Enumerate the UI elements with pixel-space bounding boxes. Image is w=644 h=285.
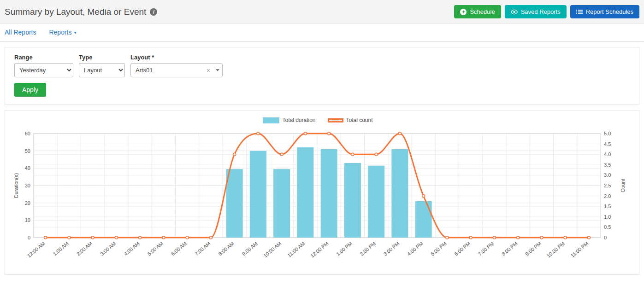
header-buttons: + Schedule Saved Reports Report Schedule… xyxy=(454,5,639,18)
svg-text:11:00 PM: 11:00 PM xyxy=(569,240,589,258)
chevron-down-icon[interactable] xyxy=(216,69,219,71)
svg-text:8:00 AM: 8:00 AM xyxy=(217,240,235,256)
svg-text:2.5: 2.5 xyxy=(604,183,611,188)
svg-text:3:00 AM: 3:00 AM xyxy=(99,240,117,256)
svg-text:3:00 PM: 3:00 PM xyxy=(383,240,401,257)
svg-text:4.5: 4.5 xyxy=(604,141,611,147)
svg-text:4:00 PM: 4:00 PM xyxy=(406,240,424,257)
svg-text:Count: Count xyxy=(620,179,626,192)
duration-swatch xyxy=(263,117,279,123)
range-label: Range xyxy=(14,54,73,61)
nav-reports-label: Reports xyxy=(49,29,71,36)
saved-reports-button-label: Saved Reports xyxy=(521,8,561,15)
svg-text:20: 20 xyxy=(25,200,30,206)
apply-button[interactable]: Apply xyxy=(14,83,46,97)
filter-panel: Range Yesterday Type Layout Layout * Art… xyxy=(5,47,639,105)
svg-text:2:00 PM: 2:00 PM xyxy=(359,240,377,257)
top-bar: Summary by Layout, Media or Event i + Sc… xyxy=(0,0,644,24)
nav-reports-dropdown[interactable]: Reports ▾ xyxy=(49,29,76,36)
layout-select[interactable]: Arts01 × xyxy=(130,63,223,77)
svg-text:9:00 AM: 9:00 AM xyxy=(241,240,259,256)
legend-item-count: Total count xyxy=(328,117,373,123)
svg-text:60: 60 xyxy=(25,131,30,136)
svg-text:Duration(s): Duration(s) xyxy=(13,173,19,198)
svg-text:10:00 AM: 10:00 AM xyxy=(262,240,282,258)
report-schedules-button-label: Report Schedules xyxy=(586,8,633,15)
report-schedules-button[interactable]: Report Schedules xyxy=(570,5,639,18)
svg-text:0: 0 xyxy=(604,235,607,240)
type-label: Type xyxy=(79,54,125,61)
svg-text:4.0: 4.0 xyxy=(604,151,611,157)
clear-icon[interactable]: × xyxy=(203,67,214,74)
chart-panel: Total duration Total count 0102030405060… xyxy=(5,110,639,275)
svg-text:3.0: 3.0 xyxy=(604,172,611,178)
svg-text:6:00 PM: 6:00 PM xyxy=(453,240,471,257)
svg-text:4:00 AM: 4:00 AM xyxy=(123,240,141,256)
plus-circle-icon: + xyxy=(460,9,467,15)
svg-text:10: 10 xyxy=(25,217,30,223)
chevron-down-icon: ▾ xyxy=(74,30,77,35)
page-title: Summary by Layout, Media or Event xyxy=(5,7,146,17)
list-icon xyxy=(576,9,583,15)
saved-reports-button[interactable]: Saved Reports xyxy=(505,5,567,18)
summary-chart: 010203040506000.51.01.52.02.53.03.54.04.… xyxy=(5,127,639,271)
info-icon[interactable]: i xyxy=(150,8,157,16)
svg-text:0: 0 xyxy=(28,235,30,240)
svg-text:1:00 AM: 1:00 AM xyxy=(52,240,70,256)
svg-text:2.0: 2.0 xyxy=(604,193,611,199)
svg-text:5:00 AM: 5:00 AM xyxy=(147,240,165,256)
svg-text:50: 50 xyxy=(25,148,30,154)
count-swatch xyxy=(328,118,343,122)
nav-all-reports[interactable]: All Reports xyxy=(5,29,36,36)
svg-text:10:00 PM: 10:00 PM xyxy=(546,240,566,258)
svg-text:3.5: 3.5 xyxy=(604,162,611,168)
svg-text:9:00 PM: 9:00 PM xyxy=(524,240,542,257)
nav-row: All Reports Reports ▾ xyxy=(0,24,644,41)
legend-duration-label: Total duration xyxy=(282,117,315,123)
svg-text:2:00 AM: 2:00 AM xyxy=(76,240,94,256)
layout-select-value: Arts01 xyxy=(136,67,203,74)
svg-text:7:00 PM: 7:00 PM xyxy=(477,240,495,257)
svg-text:30: 30 xyxy=(25,183,30,188)
legend-item-duration: Total duration xyxy=(263,117,315,123)
layout-label: Layout * xyxy=(130,54,223,61)
nav-all-reports-label: All Reports xyxy=(5,29,36,36)
schedule-button[interactable]: + Schedule xyxy=(454,5,501,18)
svg-text:1:00 PM: 1:00 PM xyxy=(335,240,353,257)
svg-text:5:00 PM: 5:00 PM xyxy=(430,240,448,257)
svg-text:5.0: 5.0 xyxy=(604,131,611,136)
legend-count-label: Total count xyxy=(346,117,373,123)
svg-text:7:00 AM: 7:00 AM xyxy=(194,240,212,256)
svg-text:11:00 AM: 11:00 AM xyxy=(286,240,306,258)
svg-text:12:00 AM: 12:00 AM xyxy=(26,240,46,258)
type-select[interactable]: Layout xyxy=(79,63,125,77)
svg-text:1.5: 1.5 xyxy=(604,204,611,209)
svg-text:6:00 AM: 6:00 AM xyxy=(170,240,188,256)
range-select[interactable]: Yesterday xyxy=(14,63,73,77)
svg-text:12:00 PM: 12:00 PM xyxy=(309,240,330,258)
svg-text:8:00 PM: 8:00 PM xyxy=(501,240,519,257)
svg-text:0.5: 0.5 xyxy=(604,224,611,230)
svg-text:1.0: 1.0 xyxy=(604,214,611,220)
schedule-button-label: Schedule xyxy=(470,8,495,15)
eye-icon xyxy=(511,9,518,15)
chart-legend: Total duration Total count xyxy=(5,117,639,123)
svg-text:40: 40 xyxy=(25,165,30,171)
